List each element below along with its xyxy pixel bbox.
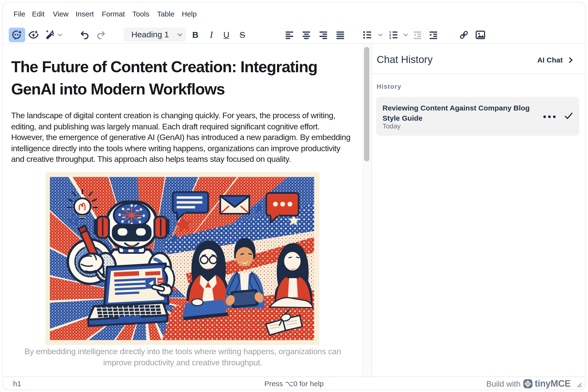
svg-text:3: 3 [389,36,391,40]
